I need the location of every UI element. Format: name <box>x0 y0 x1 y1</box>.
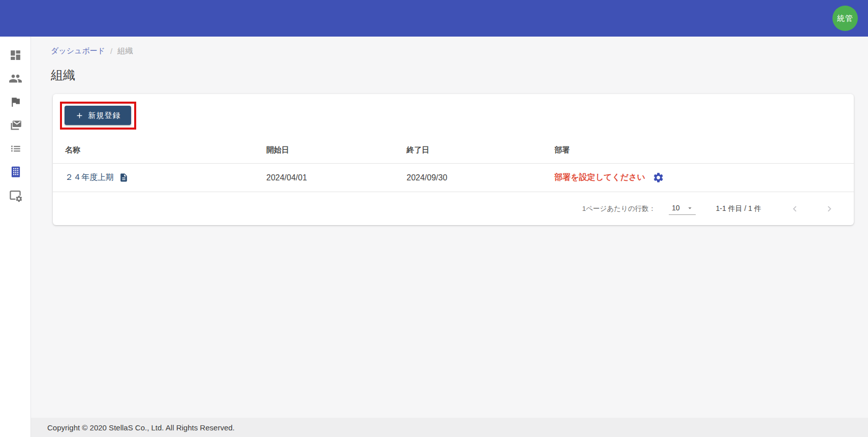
chevron-down-icon <box>686 204 694 212</box>
sidebar-item-site-settings[interactable] <box>0 183 31 207</box>
people-icon <box>9 72 22 85</box>
table-row: ２４年度上期 2024/04/01 2024/09/30 部署を設定してください <box>53 164 854 192</box>
column-header-name: 名称 <box>53 145 266 155</box>
department-settings-button[interactable] <box>653 172 664 183</box>
sidebar-item-messages[interactable] <box>0 113 31 137</box>
chevron-right-icon <box>824 203 835 214</box>
previous-page-button[interactable] <box>788 202 802 216</box>
organization-card: 新規登録 名称 開始日 終了日 部署 ２４年度上期 2024/04/01 202… <box>53 94 854 225</box>
window-settings-icon <box>9 189 22 202</box>
department-warning-text: 部署を設定してください <box>554 172 645 183</box>
sidebar-nav <box>0 37 31 437</box>
pagination-range-label: 1-1 件目 / 1 件 <box>716 204 761 213</box>
new-registration-button[interactable]: 新規登録 <box>65 106 131 125</box>
building-icon <box>9 165 22 178</box>
column-header-end-date: 終了日 <box>407 145 554 155</box>
sidebar-item-dashboard[interactable] <box>0 43 31 67</box>
sidebar-item-goals[interactable] <box>0 90 31 113</box>
gear-icon <box>653 172 664 183</box>
cell-department: 部署を設定してください <box>554 172 854 183</box>
cell-start-date: 2024/04/01 <box>266 173 407 182</box>
column-header-department: 部署 <box>554 145 854 155</box>
avatar-label: 統管 <box>837 14 853 23</box>
user-avatar[interactable]: 統管 <box>832 6 858 31</box>
dashboard-icon <box>9 49 22 61</box>
cell-end-date: 2024/09/30 <box>407 173 554 182</box>
sidebar-item-members[interactable] <box>0 67 31 90</box>
breadcrumb-separator: / <box>110 47 112 55</box>
plus-icon <box>75 111 84 120</box>
document-icon[interactable] <box>119 173 129 182</box>
footer: Copyright © 2020 StellaS Co., Ltd. All R… <box>31 418 868 437</box>
flag-icon <box>9 96 22 108</box>
table-pagination: 1ページあたりの行数： 10 1-1 件目 / 1 件 <box>53 192 854 225</box>
column-header-start-date: 開始日 <box>266 145 407 155</box>
mail-icon <box>9 118 22 132</box>
table-header-row: 名称 開始日 終了日 部署 <box>53 137 854 164</box>
sidebar-item-organization[interactable] <box>0 160 31 183</box>
rows-per-page-select[interactable]: 10 <box>669 202 696 215</box>
rows-per-page-value: 10 <box>672 204 680 212</box>
breadcrumb: ダッシュボード / 組織 <box>51 46 133 56</box>
organization-name-link[interactable]: ２４年度上期 <box>65 172 114 183</box>
copyright-text: Copyright © 2020 StellaS Co., Ltd. All R… <box>47 423 235 432</box>
breadcrumb-current: 組織 <box>117 46 133 56</box>
breadcrumb-link-dashboard[interactable]: ダッシュボード <box>51 46 105 56</box>
page-title: 組織 <box>51 67 75 83</box>
organization-table: 名称 開始日 終了日 部署 ２４年度上期 2024/04/01 2024/09/… <box>53 137 854 192</box>
next-page-button[interactable] <box>822 202 836 216</box>
cell-name: ２４年度上期 <box>53 172 266 183</box>
sidebar-item-list[interactable] <box>0 137 31 160</box>
new-registration-label: 新規登録 <box>88 111 121 120</box>
chevron-left-icon <box>789 203 800 214</box>
app-header: 統管 <box>0 0 868 37</box>
list-icon <box>9 142 22 155</box>
rows-per-page-label: 1ページあたりの行数： <box>582 204 656 213</box>
